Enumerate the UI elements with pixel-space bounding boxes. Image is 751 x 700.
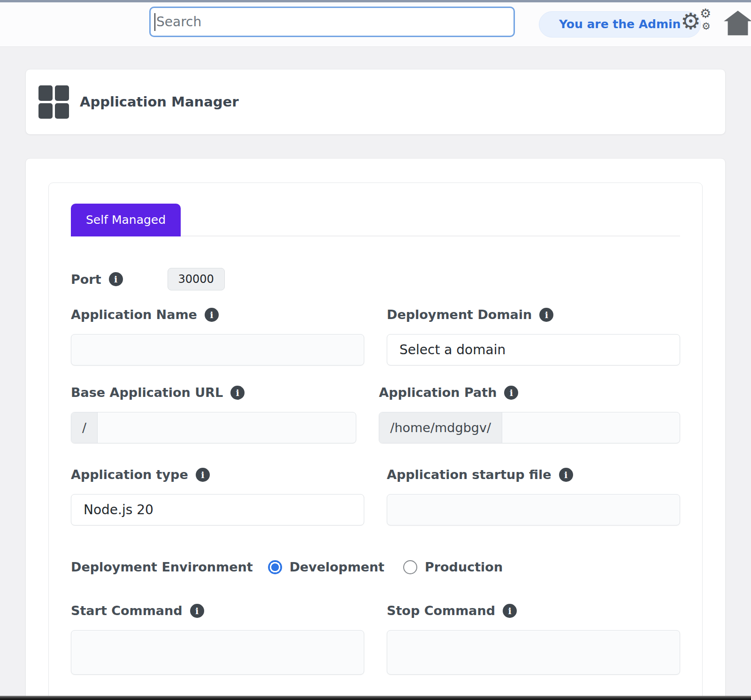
admin-status-badge[interactable]: You are the Admin [539,11,701,38]
info-icon[interactable]: i [230,386,245,400]
gear-medium-icon: ⚙ [700,7,711,20]
tab-bar: Self Managed [71,204,680,236]
info-icon[interactable]: i [190,604,204,618]
window-bottom-edge [0,696,751,700]
top-navbar: You are the Admin ⚙ ⚙ ⚙ [0,2,751,47]
radio-production[interactable] [403,560,417,574]
application-path-prefix: /home/mdgbgv/ [379,412,502,443]
search-input[interactable] [151,8,513,36]
deployment-domain-select[interactable]: Select a domain [387,334,680,365]
gear-small-icon: ⚙ [702,22,711,31]
application-startup-file-field: Application startup file i [387,467,680,525]
radio-development[interactable] [268,560,282,574]
start-command-label: Start Command [71,603,183,618]
deployment-environment-field: Deployment Environment Development Produ… [71,560,680,574]
info-icon[interactable]: i [109,272,123,286]
stop-command-input[interactable] [387,630,680,675]
start-command-field: Start Command i [71,603,364,675]
gears-icon[interactable]: ⚙ ⚙ ⚙ [681,6,714,40]
gear-large-icon: ⚙ [681,10,701,32]
info-icon[interactable]: i [205,308,219,322]
home-icon[interactable] [724,10,751,38]
grid-icon [38,85,69,119]
application-path-field: Application Path i /home/mdgbgv/ [379,385,680,443]
application-path-label: Application Path [379,385,497,400]
application-form-card: Self Managed Port i 30000 Application Na… [25,158,726,700]
port-field: Port i 30000 [71,268,680,290]
info-icon[interactable]: i [196,468,210,482]
stop-command-field: Stop Command i [387,603,680,675]
base-application-url-input[interactable] [98,412,356,443]
page-content: Application Manager Self Managed Port i … [0,69,751,700]
info-icon[interactable]: i [503,604,517,618]
application-type-select[interactable]: Node.js 20 [71,494,364,525]
deployment-domain-field: Deployment Domain i Select a domain [387,307,680,365]
page-title: Application Manager [80,94,238,110]
base-application-url-label: Base Application URL [71,385,223,400]
port-value: 30000 [168,268,225,290]
application-name-field: Application Name i [71,307,364,365]
base-url-prefix: / [71,412,98,443]
application-type-field: Application type i Node.js 20 [71,467,364,525]
application-name-input[interactable] [71,334,364,365]
start-command-input[interactable] [71,630,364,675]
info-icon[interactable]: i [504,386,518,400]
application-name-label: Application Name [71,307,197,322]
deployment-domain-label: Deployment Domain [387,307,532,322]
port-label: Port [71,272,101,287]
search-box [149,7,515,37]
application-manager-header-card: Application Manager [25,69,726,135]
application-type-label: Application type [71,467,188,482]
info-icon[interactable]: i [539,308,553,322]
application-startup-file-label: Application startup file [387,467,552,482]
application-form-inner-card: Self Managed Port i 30000 Application Na… [48,183,703,700]
application-path-input[interactable] [502,412,680,443]
radio-production-label: Production [425,560,503,574]
text-caret [154,13,155,31]
tab-self-managed[interactable]: Self Managed [71,204,181,236]
deployment-environment-label: Deployment Environment [71,560,253,574]
stop-command-label: Stop Command [387,603,495,618]
radio-development-label: Development [290,560,384,574]
info-icon[interactable]: i [559,468,573,482]
base-application-url-field: Base Application URL i / [71,385,356,443]
application-startup-file-input[interactable] [387,494,680,525]
